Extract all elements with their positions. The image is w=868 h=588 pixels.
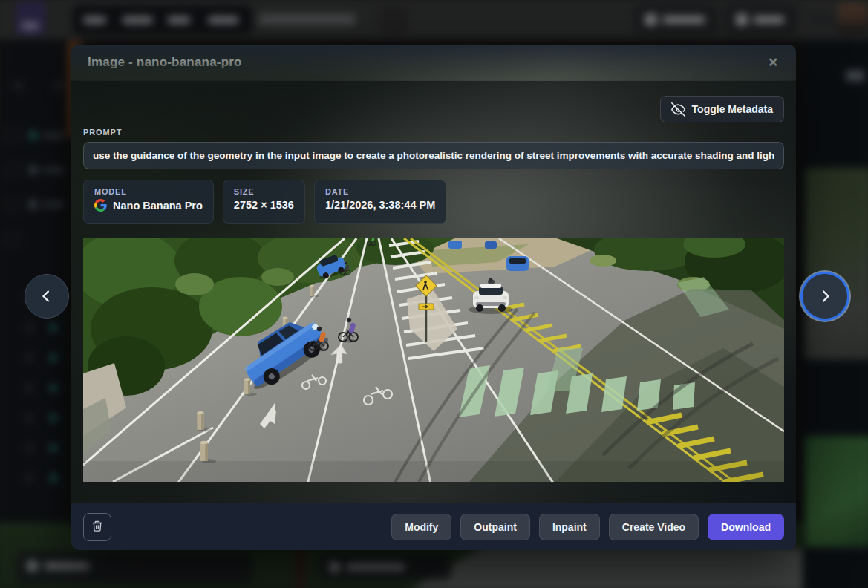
toggle-metadata-button[interactable]: Toggle Metadata [660, 96, 784, 122]
outpaint-button[interactable]: Outpaint [460, 514, 530, 540]
size-label: SIZE [234, 187, 294, 196]
screen: Image - nano-banana-pro ✕ [0, 0, 868, 588]
modal-footer: Modify Outpaint Inpaint Create Video Dow… [71, 503, 796, 550]
google-logo-icon [94, 199, 107, 212]
date-card: DATE 1/21/2026, 3:38:44 PM [314, 180, 446, 224]
model-card: MODEL Nano Banana Pro [83, 180, 214, 224]
size-value: 2752 × 1536 [234, 199, 294, 211]
date-label: DATE [325, 187, 435, 196]
metadata-cards: MODEL Nano Banana Pro [83, 180, 784, 224]
modal-body: Toggle Metadata PROMPT MODEL [71, 81, 796, 503]
chevron-left-icon [39, 288, 55, 304]
model-value: Nano Banana Pro [113, 200, 203, 212]
chevron-right-icon [817, 288, 833, 304]
toggle-metadata-label: Toggle Metadata [692, 103, 773, 115]
previous-image-button[interactable] [25, 274, 69, 318]
create-video-button[interactable]: Create Video [609, 514, 699, 540]
prompt-label: PROMPT [83, 128, 784, 137]
prompt-input[interactable] [83, 142, 784, 169]
modify-button[interactable]: Modify [391, 514, 451, 540]
trash-icon [91, 520, 103, 535]
model-label: MODEL [94, 187, 203, 196]
generated-image-preview [83, 238, 784, 482]
size-card: SIZE 2752 × 1536 [223, 180, 305, 224]
inpaint-button[interactable]: Inpaint [539, 514, 600, 540]
next-image-button[interactable] [803, 274, 847, 318]
date-value: 1/21/2026, 3:38:44 PM [325, 199, 435, 211]
download-button[interactable]: Download [708, 514, 784, 540]
delete-button[interactable] [83, 513, 111, 541]
eye-off-icon [671, 102, 685, 117]
image-detail-modal: Image - nano-banana-pro ✕ [71, 45, 796, 550]
